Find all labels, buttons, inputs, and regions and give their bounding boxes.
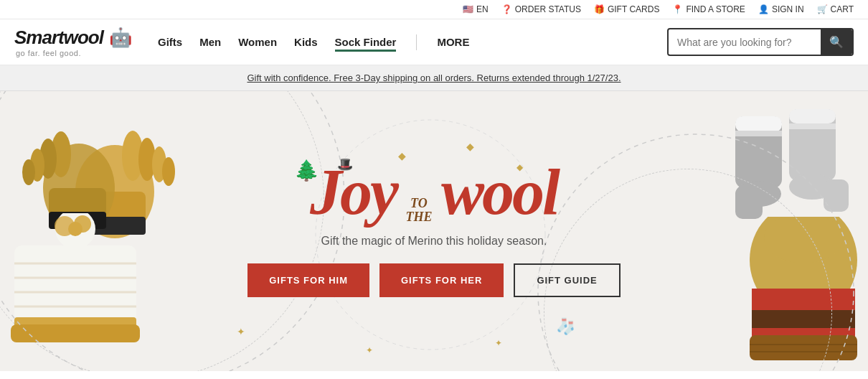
logo-smart: Smart (14, 27, 64, 48)
logo-wool: wool (64, 27, 103, 48)
nav-links: Gifts Men Women Kids Sock Finder MORE (158, 33, 667, 52)
utility-bar: 🇺🇸 EN ❓ ORDER STATUS 🎁 GIFT CARDS 📍 FIND… (0, 0, 868, 19)
hat-left-product-image (0, 213, 151, 357)
svg-rect-48 (752, 289, 855, 310)
cart-label: CART (831, 4, 854, 14)
svg-rect-41 (789, 123, 836, 129)
language-selector[interactable]: 🇺🇸 EN (463, 4, 489, 14)
order-status-link[interactable]: ❓ ORDER STATUS (501, 4, 581, 14)
find-store-label: FIND A STORE (686, 4, 745, 14)
nav-divider (416, 34, 417, 50)
logo-robot-icon: 🤖 (109, 27, 132, 49)
search-button[interactable]: 🔍 (821, 29, 852, 55)
flag-icon: 🇺🇸 (463, 4, 473, 14)
hero-section: 🌲 🎩 ◆ ◆ ◆ 🧦 ✦ ✦ ✦ (0, 91, 868, 371)
sign-in-link[interactable]: 👤 SIGN IN (758, 4, 804, 14)
find-store-link[interactable]: 📍 FIND A STORE (672, 4, 745, 14)
svg-rect-40 (789, 109, 836, 123)
svg-rect-44 (735, 187, 763, 219)
hat-right-product-image (739, 217, 868, 371)
hero-the: THE (405, 210, 432, 225)
svg-rect-49 (752, 310, 855, 328)
nav-men[interactable]: Men (199, 33, 221, 51)
hero-subtitle: Gift the magic of Merino this holiday se… (247, 235, 621, 248)
nav-sock-finder[interactable]: Sock Finder (335, 33, 397, 52)
search-box: 🔍 (667, 28, 854, 56)
svg-rect-46 (735, 131, 782, 136)
sign-in-label: SIGN IN (772, 4, 804, 14)
hero-wool: wool (441, 156, 558, 228)
cart-link[interactable]: 🛒 CART (817, 4, 854, 14)
hero-joy: Joy (310, 156, 397, 228)
gifts-for-her-button[interactable]: GIFTS FOR HER (379, 263, 504, 297)
svg-point-29 (68, 222, 82, 236)
search-input[interactable] (669, 31, 821, 54)
user-icon: 👤 (758, 4, 769, 14)
svg-rect-36 (11, 324, 140, 342)
search-icon: 🔍 (829, 35, 844, 49)
main-navigation: Smartwool 🤖 go far. feel good. Gifts Men… (0, 19, 868, 65)
svg-rect-39 (824, 179, 849, 212)
hero-to-the: TO THE (405, 197, 432, 225)
svg-point-16 (162, 157, 175, 186)
hero-title: Joy TO THE wool (247, 165, 621, 225)
nav-women[interactable]: Women (238, 33, 277, 51)
hero-to: TO (410, 197, 428, 211)
logo-tagline: go far. feel good. (16, 49, 136, 57)
svg-point-43 (735, 181, 781, 207)
svg-text:🧦: 🧦 (556, 317, 576, 336)
svg-text:✦: ✦ (495, 338, 502, 348)
gift-guide-button[interactable]: GIFT GUIDE (514, 263, 620, 297)
gift-icon: 🎁 (594, 4, 605, 14)
promo-link[interactable]: Gift with confidence. Free 3-Day shippin… (247, 72, 621, 83)
promo-banner[interactable]: Gift with confidence. Free 3-Day shippin… (0, 65, 868, 91)
logo-area[interactable]: Smartwool 🤖 go far. feel good. (14, 27, 136, 57)
question-icon: ❓ (501, 4, 512, 14)
svg-rect-45 (735, 116, 782, 132)
hero-buttons: GIFTS FOR HIM GIFTS FOR HER GIFT GUIDE (247, 263, 621, 297)
hero-center-content: Joy TO THE wool Gift the magic of Merino… (233, 151, 635, 312)
gifts-for-him-button[interactable]: GIFTS FOR HIM (247, 263, 369, 297)
gift-cards-label: GIFT CARDS (608, 4, 659, 14)
location-icon: 📍 (672, 4, 683, 14)
svg-rect-52 (750, 335, 857, 360)
logo-text: Smartwool (14, 27, 103, 48)
svg-text:✦: ✦ (366, 345, 373, 355)
cart-icon: 🛒 (817, 4, 828, 14)
nav-more[interactable]: MORE (437, 33, 469, 51)
svg-point-23 (22, 159, 35, 185)
language-label: EN (476, 4, 489, 14)
nav-kids[interactable]: Kids (294, 33, 318, 51)
gift-cards-link[interactable]: 🎁 GIFT CARDS (594, 4, 659, 14)
svg-text:✦: ✦ (237, 326, 245, 337)
nav-gifts[interactable]: Gifts (158, 33, 182, 51)
order-status-label: ORDER STATUS (515, 4, 581, 14)
